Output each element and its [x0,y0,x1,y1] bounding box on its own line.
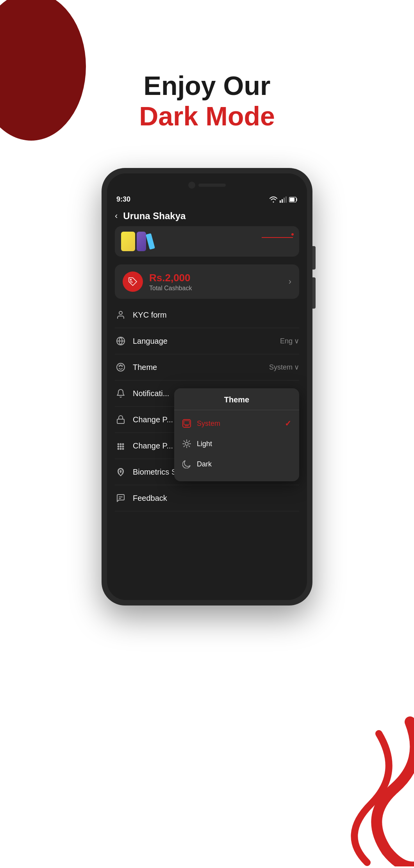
svg-rect-14 [117,419,124,423]
fingerprint-icon [115,466,127,478]
time-display: 9:30 [116,195,130,204]
menu-item-kyc-left: KYC form [115,309,167,321]
menu-label-change-password: Change P... [133,415,173,424]
profile-dot-indicator [291,233,294,236]
svg-point-13 [120,365,121,366]
profile-card[interactable] [115,226,299,257]
svg-rect-1 [282,199,283,203]
svg-point-22 [120,448,121,450]
cashback-info: Rs.2,000 Total Cashback [149,272,192,292]
svg-point-29 [185,442,188,445]
svg-text:%: % [130,280,133,284]
status-icons [269,196,298,203]
svg-rect-2 [284,198,285,203]
menu-label-notifications: Notificati... [133,389,169,398]
svg-rect-0 [280,200,281,203]
theme-option-light-left: Light [182,439,212,448]
bell-icon [115,388,127,399]
menu-label-language: Language [133,337,168,346]
theme-label-system: System [197,420,220,428]
theme-popup: Theme System ✓ [174,388,299,481]
chevron-down-icon-theme: ∨ [294,363,299,371]
svg-line-34 [184,441,185,442]
svg-rect-27 [184,421,189,425]
svg-point-12 [122,366,123,366]
menu-item-feedback-left: Feedback [115,492,167,504]
lock-icon [115,414,127,425]
moon-icon [182,459,191,469]
menu-item-language[interactable]: Language Eng ∨ [115,328,299,354]
profile-img-part2 [137,232,146,251]
back-button[interactable]: ‹ [115,211,118,221]
cashback-arrow-icon: › [289,277,291,287]
cashback-icon: % [123,271,143,292]
menu-item-change-password-left: Change P... [115,414,173,425]
cashback-card[interactable]: % Rs.2,000 Total Cashback › [115,264,299,299]
svg-point-17 [123,444,124,445]
svg-point-18 [118,446,119,447]
hero-line1: Enjoy Our [0,70,414,101]
svg-rect-3 [286,196,287,203]
menu-label-kyc: KYC form [133,311,167,320]
theme-system-icon [182,419,191,428]
phone-screen: 9:30 [107,173,307,600]
sun-icon [182,439,191,448]
chevron-down-icon: ∨ [294,337,299,345]
cashback-label: Total Cashback [149,285,192,292]
svg-point-11 [119,366,120,366]
app-header: ‹ Uruna Shakya [107,206,307,226]
palette-icon [115,361,127,373]
theme-option-dark[interactable]: Dark [174,454,299,474]
theme-popup-title: Theme [174,395,299,410]
svg-rect-5 [290,198,294,202]
hero-header: Enjoy Our Dark Mode [0,70,414,131]
screen-title: Uruna Shakya [123,211,186,221]
theme-label-light: Light [197,440,212,448]
profile-img-pencil [146,233,155,250]
profile-img-part1 [121,232,135,251]
menu-item-feedback[interactable]: Feedback [115,485,299,511]
theme-option-light[interactable]: Light [174,434,299,454]
svg-point-16 [120,444,121,445]
phone-notch [107,173,307,193]
svg-point-15 [118,444,119,445]
menu-label-theme: Theme [133,363,157,372]
language-value[interactable]: Eng ∨ [280,337,299,345]
menu-item-theme[interactable]: Theme System ∨ [115,354,299,380]
theme-value[interactable]: System ∨ [269,363,299,371]
speaker-grill [198,184,226,187]
menu-item-kyc[interactable]: KYC form [115,302,299,328]
theme-label-dark: Dark [197,460,212,468]
svg-point-19 [120,446,121,447]
theme-option-system-left: System [182,419,220,428]
svg-point-20 [123,446,124,447]
camera-dot [188,182,195,189]
svg-line-36 [189,441,189,442]
menu-item-theme-left: Theme [115,361,157,373]
theme-option-dark-left: Dark [182,459,212,469]
theme-checkmark-icon: ✓ [285,419,291,428]
cashback-left-section: % Rs.2,000 Total Cashback [123,271,192,292]
phone-mockup: 9:30 [102,168,312,824]
svg-point-8 [119,311,122,314]
globe-icon [115,335,127,347]
hero-line2: Dark Mode [0,101,414,131]
svg-point-21 [118,448,119,450]
svg-point-23 [123,448,124,450]
cashback-amount: Rs.2,000 [149,272,192,284]
profile-line-indicator [262,237,293,238]
menu-item-change-pin-left: Change P... [115,440,173,452]
feedback-icon [115,492,127,504]
svg-line-35 [189,446,189,447]
profile-card-section [107,226,307,261]
theme-option-system[interactable]: System ✓ [174,413,299,434]
menu-label-change-pin: Change P... [133,441,173,450]
menu-item-notifications-left: Notificati... [115,388,169,399]
person-icon [115,309,127,321]
svg-line-37 [184,446,185,447]
phone-outer-frame: 9:30 [102,168,312,605]
menu-label-feedback: Feedback [133,494,167,503]
status-bar: 9:30 [107,193,307,206]
pin-icon [115,440,127,452]
profile-image [121,232,153,251]
